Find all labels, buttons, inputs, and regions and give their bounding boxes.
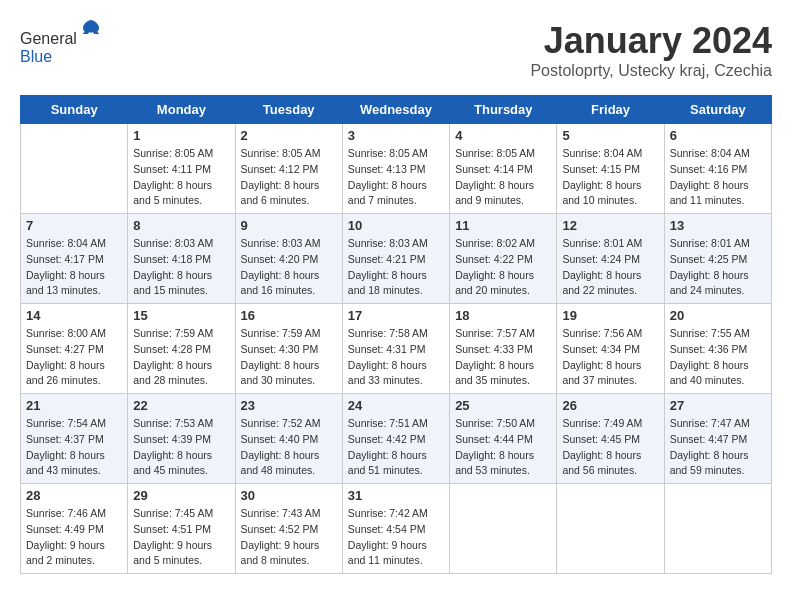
day-info-line: and 11 minutes. — [348, 553, 444, 569]
day-info: Sunrise: 8:00 AMSunset: 4:27 PMDaylight:… — [26, 326, 122, 389]
day-info-line: Sunset: 4:51 PM — [133, 522, 229, 538]
day-info: Sunrise: 7:51 AMSunset: 4:42 PMDaylight:… — [348, 416, 444, 479]
day-number: 26 — [562, 398, 658, 413]
day-number: 20 — [670, 308, 766, 323]
day-info-line: Daylight: 8 hours — [562, 268, 658, 284]
day-info: Sunrise: 7:59 AMSunset: 4:30 PMDaylight:… — [241, 326, 337, 389]
day-info-line: and 56 minutes. — [562, 463, 658, 479]
calendar-week-row: 7Sunrise: 8:04 AMSunset: 4:17 PMDaylight… — [21, 214, 772, 304]
day-info-line: Sunrise: 8:05 AM — [348, 146, 444, 162]
day-info-line: Daylight: 8 hours — [241, 178, 337, 194]
day-info-line: Sunset: 4:49 PM — [26, 522, 122, 538]
day-number: 9 — [241, 218, 337, 233]
calendar-cell: 30Sunrise: 7:43 AMSunset: 4:52 PMDayligh… — [235, 484, 342, 574]
logo-bird-icon — [79, 18, 103, 42]
day-info-line: Sunrise: 7:54 AM — [26, 416, 122, 432]
day-info: Sunrise: 7:54 AMSunset: 4:37 PMDaylight:… — [26, 416, 122, 479]
day-info-line: Daylight: 8 hours — [26, 358, 122, 374]
day-info-line: Sunset: 4:17 PM — [26, 252, 122, 268]
day-number: 1 — [133, 128, 229, 143]
day-info: Sunrise: 8:03 AMSunset: 4:21 PMDaylight:… — [348, 236, 444, 299]
day-info-line: Daylight: 8 hours — [241, 268, 337, 284]
day-info-line: Sunrise: 8:01 AM — [562, 236, 658, 252]
calendar-cell: 11Sunrise: 8:02 AMSunset: 4:22 PMDayligh… — [450, 214, 557, 304]
day-number: 21 — [26, 398, 122, 413]
day-info-line: Daylight: 9 hours — [241, 538, 337, 554]
calendar-cell: 23Sunrise: 7:52 AMSunset: 4:40 PMDayligh… — [235, 394, 342, 484]
location-subtitle: Postoloprty, Ustecky kraj, Czechia — [530, 62, 772, 80]
logo-text: General Blue — [20, 20, 103, 66]
logo-blue-text: Blue — [20, 48, 52, 65]
day-header-monday: Monday — [128, 96, 235, 124]
day-number: 17 — [348, 308, 444, 323]
day-info: Sunrise: 8:04 AMSunset: 4:15 PMDaylight:… — [562, 146, 658, 209]
day-info-line: Daylight: 9 hours — [26, 538, 122, 554]
calendar-cell — [664, 484, 771, 574]
month-title: January 2024 — [530, 20, 772, 62]
day-info-line: Daylight: 8 hours — [562, 448, 658, 464]
calendar-cell — [450, 484, 557, 574]
day-info-line: Sunset: 4:33 PM — [455, 342, 551, 358]
logo-general-text: General — [20, 30, 77, 47]
calendar-cell: 26Sunrise: 7:49 AMSunset: 4:45 PMDayligh… — [557, 394, 664, 484]
calendar-cell: 2Sunrise: 8:05 AMSunset: 4:12 PMDaylight… — [235, 124, 342, 214]
day-info: Sunrise: 7:42 AMSunset: 4:54 PMDaylight:… — [348, 506, 444, 569]
day-info-line: Sunset: 4:20 PM — [241, 252, 337, 268]
page-header: General Blue January 2024 Postoloprty, U… — [20, 20, 772, 80]
day-info-line: Sunrise: 8:05 AM — [455, 146, 551, 162]
day-info: Sunrise: 7:58 AMSunset: 4:31 PMDaylight:… — [348, 326, 444, 389]
day-info-line: Sunset: 4:13 PM — [348, 162, 444, 178]
day-number: 28 — [26, 488, 122, 503]
day-info-line: Sunset: 4:28 PM — [133, 342, 229, 358]
day-number: 13 — [670, 218, 766, 233]
day-info: Sunrise: 8:05 AMSunset: 4:12 PMDaylight:… — [241, 146, 337, 209]
day-info: Sunrise: 8:05 AMSunset: 4:14 PMDaylight:… — [455, 146, 551, 209]
day-info-line: Sunrise: 7:53 AM — [133, 416, 229, 432]
day-number: 18 — [455, 308, 551, 323]
calendar-cell: 4Sunrise: 8:05 AMSunset: 4:14 PMDaylight… — [450, 124, 557, 214]
calendar-cell: 24Sunrise: 7:51 AMSunset: 4:42 PMDayligh… — [342, 394, 449, 484]
day-info-line: and 13 minutes. — [26, 283, 122, 299]
calendar-cell: 6Sunrise: 8:04 AMSunset: 4:16 PMDaylight… — [664, 124, 771, 214]
day-number: 3 — [348, 128, 444, 143]
day-info: Sunrise: 8:05 AMSunset: 4:11 PMDaylight:… — [133, 146, 229, 209]
day-info-line: Daylight: 8 hours — [455, 268, 551, 284]
day-info-line: Sunrise: 7:46 AM — [26, 506, 122, 522]
day-info: Sunrise: 8:01 AMSunset: 4:24 PMDaylight:… — [562, 236, 658, 299]
day-info: Sunrise: 7:47 AMSunset: 4:47 PMDaylight:… — [670, 416, 766, 479]
day-info-line: Sunset: 4:36 PM — [670, 342, 766, 358]
day-info-line: Daylight: 8 hours — [241, 448, 337, 464]
day-info-line: and 8 minutes. — [241, 553, 337, 569]
day-info-line: and 2 minutes. — [26, 553, 122, 569]
day-info-line: Daylight: 8 hours — [26, 448, 122, 464]
day-header-wednesday: Wednesday — [342, 96, 449, 124]
day-info-line: Daylight: 8 hours — [670, 358, 766, 374]
day-info-line: and 22 minutes. — [562, 283, 658, 299]
day-info: Sunrise: 7:57 AMSunset: 4:33 PMDaylight:… — [455, 326, 551, 389]
day-number: 7 — [26, 218, 122, 233]
day-info-line: Sunset: 4:27 PM — [26, 342, 122, 358]
day-info-line: Sunrise: 7:58 AM — [348, 326, 444, 342]
day-info-line: and 10 minutes. — [562, 193, 658, 209]
day-info: Sunrise: 7:50 AMSunset: 4:44 PMDaylight:… — [455, 416, 551, 479]
day-info: Sunrise: 7:45 AMSunset: 4:51 PMDaylight:… — [133, 506, 229, 569]
day-info-line: Sunset: 4:22 PM — [455, 252, 551, 268]
day-number: 27 — [670, 398, 766, 413]
day-info-line: Daylight: 8 hours — [562, 178, 658, 194]
day-info-line: Sunset: 4:11 PM — [133, 162, 229, 178]
day-info-line: and 11 minutes. — [670, 193, 766, 209]
day-number: 19 — [562, 308, 658, 323]
day-info-line: Sunrise: 7:50 AM — [455, 416, 551, 432]
day-info-line: Sunset: 4:31 PM — [348, 342, 444, 358]
calendar-cell: 14Sunrise: 8:00 AMSunset: 4:27 PMDayligh… — [21, 304, 128, 394]
day-header-thursday: Thursday — [450, 96, 557, 124]
day-number: 8 — [133, 218, 229, 233]
day-info-line: Daylight: 8 hours — [670, 178, 766, 194]
day-info-line: and 40 minutes. — [670, 373, 766, 389]
day-info-line: Daylight: 9 hours — [133, 538, 229, 554]
day-info: Sunrise: 8:03 AMSunset: 4:18 PMDaylight:… — [133, 236, 229, 299]
day-info: Sunrise: 8:01 AMSunset: 4:25 PMDaylight:… — [670, 236, 766, 299]
day-info: Sunrise: 8:03 AMSunset: 4:20 PMDaylight:… — [241, 236, 337, 299]
day-info-line: and 43 minutes. — [26, 463, 122, 479]
calendar-cell: 13Sunrise: 8:01 AMSunset: 4:25 PMDayligh… — [664, 214, 771, 304]
